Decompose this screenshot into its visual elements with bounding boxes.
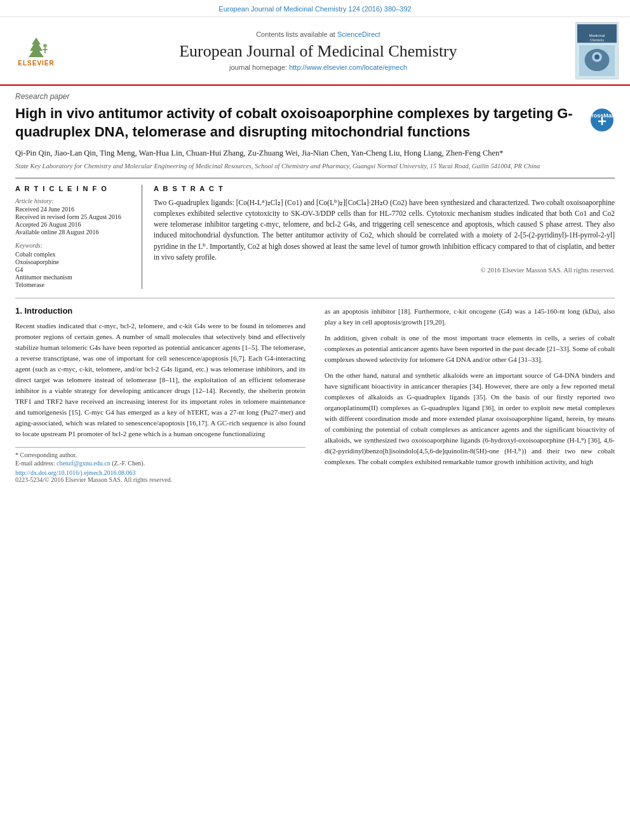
email-link[interactable]: chenzf@gxnu.edu.cn	[57, 460, 111, 467]
keyword-1: Cobalt complex	[15, 251, 134, 258]
email-label: E-mail address:	[15, 460, 57, 467]
journal-bar: European Journal of Medicinal Chemistry …	[0, 0, 630, 17]
header-center: Contents lists available at ScienceDirec…	[71, 22, 565, 79]
intro-paragraph-1: Recent studies indicated that c-myc, bcl…	[15, 321, 305, 440]
available-online-date: Available online 28 August 2016	[15, 229, 134, 236]
keyword-4: Antitumor mechanism	[15, 274, 134, 281]
article-title: High in vivo antitumor activity of cobal…	[15, 105, 583, 141]
main-col-left: 1. Introduction Recent studies indicated…	[15, 306, 309, 484]
email-note: E-mail address: chenzf@gxnu.edu.cn (Z.-F…	[15, 460, 305, 467]
email-suffix: (Z.-F. Chen).	[111, 460, 145, 467]
keyword-3: G4	[15, 266, 134, 273]
keyword-2: Oxoisoaporphine	[15, 258, 134, 265]
homepage-link[interactable]: http://www.elsevier.com/locate/ejmech	[289, 63, 407, 71]
copyright-line: © 2016 Elsevier Masson SAS. All rights r…	[154, 267, 615, 274]
accepted-date: Accepted 26 August 2016	[15, 221, 134, 228]
keyword-5: Telomerase	[15, 281, 134, 288]
keywords-label: Keywords:	[15, 242, 134, 249]
revised-date: Received in revised form 25 August 2016	[15, 213, 134, 220]
introduction-title: 1. Introduction	[15, 306, 305, 316]
header-section: ELSEVIER Contents lists available at Sci…	[0, 17, 630, 86]
section-title-text: Introduction	[24, 306, 72, 316]
abstract-column: A B S T R A C T Two G-quadruplex ligands…	[154, 185, 615, 289]
sciencedirect-link[interactable]: ScienceDirect	[337, 30, 380, 38]
journal-bar-text: European Journal of Medicinal Chemistry …	[218, 5, 411, 13]
sciencedirect-line: Contents lists available at ScienceDirec…	[256, 30, 380, 38]
elsevier-wordmark: ELSEVIER	[18, 60, 54, 67]
history-label: Article history:	[15, 197, 134, 204]
keywords-block: Keywords: Cobalt complex Oxoisoaporphine…	[15, 242, 134, 288]
header-right: Medicinal Chemistry	[572, 22, 622, 79]
corresponding-label: * Corresponding author.	[15, 451, 77, 458]
abstract-text: Two G-quadruplex ligands: [Co(H-Lᵃ)₂Cl₂]…	[154, 197, 615, 263]
crossmark-icon: CrossMark	[589, 107, 615, 133]
journal-cover-image: Medicinal Chemistry	[575, 22, 619, 79]
doi-line[interactable]: http://dx.doi.org/10.1016/j.ejmech.2016.…	[15, 469, 305, 476]
article-info-abstract-section: A R T I C L E I N F O Article history: R…	[15, 178, 615, 289]
abstract-header: A B S T R A C T	[154, 185, 615, 192]
page-container: European Journal of Medicinal Chemistry …	[0, 0, 630, 490]
issn-line: 0223-5234/© 2016 Elsevier Masson SAS. Al…	[15, 476, 305, 483]
intro-paragraph-4: On the other hand, natural and synthetic…	[325, 370, 615, 467]
homepage-label: journal homepage:	[229, 63, 289, 71]
journal-title: European Journal of Medicinal Chemistry	[179, 42, 457, 61]
article-info-header: A R T I C L E I N F O	[15, 185, 134, 192]
svg-point-12	[594, 55, 600, 60]
article-history-block: Article history: Received 24 June 2016 R…	[15, 197, 134, 236]
affiliation-line: State Key Laboratory for Chemistry and M…	[15, 162, 615, 171]
main-content: 1. Introduction Recent studies indicated…	[15, 298, 615, 484]
journal-homepage-line: journal homepage: http://www.elsevier.co…	[229, 63, 407, 71]
main-col-right: as an apoptosis inhibitor [18]. Furtherm…	[321, 306, 615, 484]
corresponding-author-note: * Corresponding author.	[15, 451, 305, 458]
section-number: 1.	[15, 306, 24, 316]
intro-paragraph-2: as an apoptosis inhibitor [18]. Furtherm…	[325, 306, 615, 328]
article-type-label: Research paper	[15, 92, 615, 101]
svg-text:Medicinal: Medicinal	[589, 34, 605, 37]
header-left: ELSEVIER	[8, 22, 65, 79]
article-info-column: A R T I C L E I N F O Article history: R…	[15, 185, 142, 289]
cover-art-icon: Medicinal Chemistry	[576, 22, 618, 79]
article-body: Research paper High in vivo antitumor ac…	[0, 86, 630, 490]
intro-paragraph-3: In addition, given cobalt is one of the …	[325, 333, 615, 365]
crossmark-badge: CrossMark	[589, 107, 615, 133]
svg-point-2	[43, 44, 47, 48]
svg-text:Chemistry: Chemistry	[590, 39, 604, 42]
authors-line: Qi-Pin Qin, Jiao-Lan Qin, Ting Meng, Wan…	[15, 147, 615, 159]
article-title-row: High in vivo antitumor activity of cobal…	[15, 105, 615, 141]
footnote-area: * Corresponding author. E-mail address: …	[15, 447, 305, 483]
sciencedirect-label: Contents lists available at	[256, 30, 337, 38]
elsevier-emblem-icon	[20, 36, 52, 60]
received-date: Received 24 June 2016	[15, 206, 134, 213]
elsevier-logo-area: ELSEVIER	[18, 36, 54, 67]
